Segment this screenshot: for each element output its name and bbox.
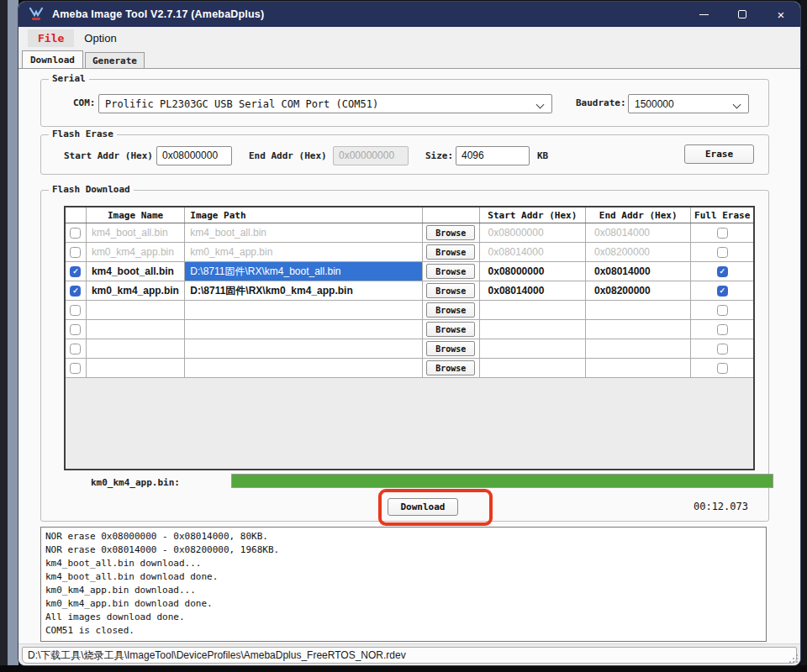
full-erase-checkbox[interactable] [717, 228, 728, 239]
image-name: km0_km4_app.bin [92, 246, 174, 258]
browse-button[interactable]: Browse [426, 264, 475, 279]
browse-button[interactable]: Browse [426, 322, 475, 337]
erase-size-input[interactable]: 4096 [456, 146, 530, 165]
start-addr-value: 0x08000000 [488, 227, 544, 239]
full-erase-checkbox[interactable]: ✓ [717, 266, 728, 277]
table-row: ✓km4_boot_all.binD:\8711固件\RX\km4_boot_a… [66, 262, 753, 281]
log-output[interactable]: NOR erase 0x08000000 - 0x08014000, 80KB.… [40, 527, 767, 642]
download-button[interactable]: Download [388, 498, 458, 516]
minimize-icon [699, 14, 709, 15]
tab-strip: Download Generate [18, 50, 800, 68]
browse-button[interactable]: Browse [426, 341, 475, 356]
com-port-select[interactable]: Prolific PL2303GC USB Serial COM Port (C… [98, 94, 552, 113]
table-row: km0_km4_app.binkm0_km4_app.binBrowse0x08… [66, 243, 753, 262]
table-row: Browse [66, 359, 753, 378]
baudrate-value: 1500000 [629, 98, 734, 110]
title-bar: Ameba Image Tool V2.7.17 (AmebaDplus) × [18, 2, 800, 27]
image-table: Image Name Image Path Start Addr (Hex) E… [64, 206, 755, 470]
end-addr-value: 0x08200000 [594, 285, 651, 297]
menu-option[interactable]: Option [74, 29, 126, 47]
erase-start-addr-input[interactable]: 0x08000000 [156, 146, 232, 165]
full-erase-checkbox[interactable] [717, 363, 728, 374]
baudrate-select[interactable]: 1500000 [628, 94, 749, 113]
erase-size-unit: KB [537, 150, 548, 161]
full-erase-checkbox[interactable]: ✓ [717, 286, 728, 297]
erase-end-addr-input: 0x00000000 [333, 146, 409, 165]
app-window: Ameba Image Tool V2.7.17 (AmebaDplus) × … [18, 2, 800, 665]
erase-size-label: Size: [425, 150, 453, 161]
header-full-erase: Full Erase [691, 207, 753, 223]
image-name: km4_boot_all.bin [92, 227, 168, 239]
background-window-edge [0, 0, 8, 665]
minimize-button[interactable] [684, 2, 723, 27]
full-erase-checkbox[interactable] [717, 247, 728, 258]
serial-group-label: Serial [49, 73, 89, 84]
progress-file-label: km0_km4_app.bin: [91, 477, 180, 488]
close-button[interactable]: × [762, 2, 800, 27]
browse-button[interactable]: Browse [426, 244, 475, 260]
erase-start-addr-label: Start Addr (Hex) [64, 150, 153, 161]
menu-file[interactable]: File [28, 29, 74, 47]
tab-generate[interactable]: Generate [85, 52, 145, 68]
image-name: km0_km4_app.bin [92, 285, 179, 297]
window-title: Ameba Image Tool V2.7.17 (AmebaDplus) [52, 8, 264, 20]
header-browse-col [423, 207, 480, 223]
row-select-checkbox[interactable]: ✓ [70, 266, 81, 277]
full-erase-checkbox[interactable] [717, 324, 728, 335]
chevron-down-icon [537, 101, 544, 108]
serial-group: Serial COM: Prolific PL2303GC USB Serial… [40, 79, 769, 127]
start-addr-value: 0x08014000 [488, 285, 545, 297]
erase-button[interactable]: Erase [684, 144, 754, 164]
flash-download-group: Flash Download Image Name Image Path Sta… [40, 190, 769, 522]
row-select-checkbox[interactable] [70, 247, 81, 258]
start-addr-value: 0x08000000 [488, 265, 545, 277]
status-path-box: D:\下载工具\烧录工具\ImageTool\DeviceProfiles\Am… [22, 647, 797, 664]
browse-button[interactable]: Browse [426, 283, 475, 298]
com-label: COM: [73, 97, 96, 108]
maximize-icon [738, 10, 746, 18]
full-erase-checkbox[interactable] [717, 305, 728, 316]
app-logo-icon [28, 6, 45, 23]
status-bar: D:\下载工具\烧录工具\ImageTool\DeviceProfiles\Am… [18, 643, 800, 665]
image-path: km4_boot_all.bin [190, 227, 266, 239]
start-addr-value: 0x08014000 [488, 246, 544, 258]
maximize-button[interactable] [723, 2, 762, 27]
menu-bar: File Option [18, 27, 800, 50]
table-row: ✓km0_km4_app.binD:\8711固件\RX\km0_km4_app… [66, 281, 753, 301]
chevron-down-icon [734, 101, 741, 108]
table-row: Browse [66, 320, 753, 339]
header-image-path: Image Path [185, 207, 423, 223]
browse-button[interactable]: Browse [426, 302, 475, 318]
table-header-row: Image Name Image Path Start Addr (Hex) E… [66, 207, 753, 223]
resize-grip-icon[interactable] [789, 654, 798, 663]
row-select-checkbox[interactable] [70, 228, 81, 239]
end-addr-value: 0x08014000 [594, 227, 650, 239]
row-select-checkbox[interactable] [70, 363, 81, 374]
background-window-edge-2 [8, 0, 18, 665]
row-select-checkbox[interactable] [70, 324, 81, 335]
browse-button[interactable]: Browse [426, 360, 475, 375]
image-name: km4_boot_all.bin [92, 265, 174, 277]
baudrate-label: Baudrate: [576, 97, 626, 108]
com-port-value: Prolific PL2303GC USB Serial COM Port (C… [99, 98, 537, 110]
flash-erase-group: Flash Erase Start Addr (Hex) 0x08000000 … [40, 134, 769, 175]
header-end-addr: End Addr (Hex) [586, 207, 691, 223]
erase-end-addr-label: End Addr (Hex) [249, 150, 327, 161]
close-icon: × [778, 8, 785, 21]
background-right-edge [800, 0, 807, 672]
progress-bar [231, 474, 773, 488]
header-image-name: Image Name [87, 207, 185, 223]
full-erase-checkbox[interactable] [717, 344, 728, 354]
image-path: D:\8711固件\RX\km0_km4_app.bin [190, 284, 352, 298]
status-profile-path: D:\下载工具\烧录工具\ImageTool\DeviceProfiles\Am… [28, 648, 406, 663]
header-start-addr: Start Addr (Hex) [480, 207, 586, 223]
row-select-checkbox[interactable] [70, 344, 81, 354]
elapsed-time: 00:12.073 [694, 501, 748, 512]
table-row: Browse [66, 339, 753, 359]
tab-download[interactable]: Download [22, 50, 83, 68]
browse-button[interactable]: Browse [426, 225, 475, 240]
table-row: Browse [66, 301, 753, 320]
row-select-checkbox[interactable] [70, 305, 81, 316]
row-select-checkbox[interactable]: ✓ [70, 286, 81, 297]
desktop-background: Ameba Image Tool V2.7.17 (AmebaDplus) × … [0, 0, 807, 672]
